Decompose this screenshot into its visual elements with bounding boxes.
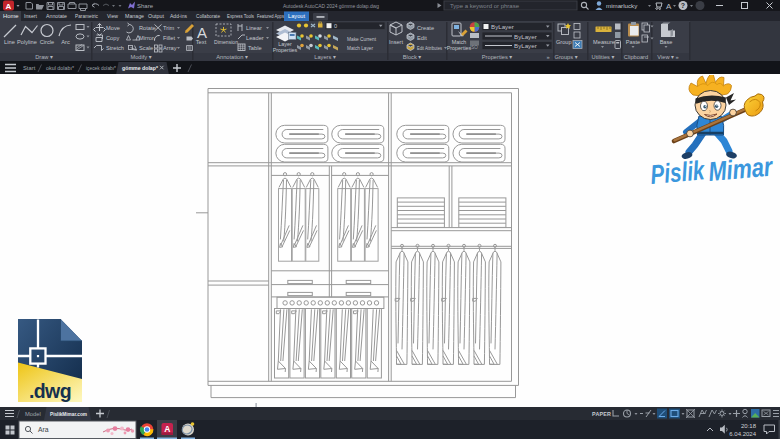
- svg-text:Leader: Leader: [246, 35, 264, 41]
- svg-text:Properties: Properties: [447, 45, 472, 51]
- svg-text:Line: Line: [4, 39, 15, 45]
- svg-text:Array: Array: [163, 45, 177, 51]
- svg-text:View: View: [107, 13, 119, 19]
- svg-text:Paste: Paste: [626, 39, 640, 45]
- svg-text:ByLayer: ByLayer: [491, 23, 514, 30]
- svg-text:Ara: Ara: [38, 426, 49, 433]
- svg-text:Draw ▾: Draw ▾: [35, 54, 53, 60]
- svg-text:A: A: [6, 2, 12, 11]
- svg-text:Base: Base: [660, 39, 673, 45]
- svg-text:View ▾ »: View ▾ »: [657, 54, 678, 60]
- svg-text:Layout: Layout: [288, 13, 305, 19]
- svg-text:mimarlucky: mimarlucky: [606, 2, 638, 9]
- svg-text:Output: Output: [148, 13, 164, 19]
- svg-text:Featured Apps: Featured Apps: [257, 13, 284, 19]
- svg-text:Pislik: Pislik: [649, 155, 707, 190]
- svg-text:Home: Home: [3, 13, 18, 19]
- svg-text:Table: Table: [248, 45, 262, 51]
- svg-text:Polyline: Polyline: [17, 39, 37, 45]
- svg-text:Make Current: Make Current: [347, 36, 376, 42]
- svg-text:A: A: [666, 2, 672, 11]
- svg-text:Text: Text: [196, 39, 207, 45]
- svg-text:Mimar: Mimar: [707, 151, 775, 187]
- svg-text:Mirror: Mirror: [139, 35, 154, 41]
- svg-text:Express Tools: Express Tools: [227, 13, 254, 19]
- svg-text:Properties: Properties: [273, 47, 298, 53]
- svg-text:Share: Share: [137, 3, 154, 9]
- svg-text:okul dolabı*: okul dolabı*: [46, 65, 75, 71]
- svg-text:PislikMimar.com: PislikMimar.com: [50, 411, 87, 417]
- svg-text:Linear: Linear: [246, 25, 262, 31]
- svg-text:Block ▾: Block ▾: [403, 54, 421, 60]
- svg-text:Create: Create: [417, 25, 434, 31]
- svg-text:20:18: 20:18: [741, 423, 757, 429]
- svg-text:Match Layer: Match Layer: [347, 45, 373, 51]
- svg-text:6.04.2024: 6.04.2024: [729, 431, 756, 437]
- svg-text:gömme dolap*: gömme dolap*: [122, 65, 159, 71]
- svg-text:Collaborate: Collaborate: [196, 13, 220, 19]
- svg-text:Start: Start: [23, 65, 36, 71]
- svg-text:Parametric: Parametric: [75, 13, 98, 19]
- svg-text:Edit Attributes: Edit Attributes: [417, 45, 442, 51]
- svg-text:Clipboard: Clipboard: [624, 54, 648, 60]
- svg-text:Edit: Edit: [417, 35, 427, 41]
- svg-text:Manage: Manage: [125, 13, 144, 19]
- svg-text:Annotate: Annotate: [46, 13, 67, 19]
- svg-text:Add-ins: Add-ins: [170, 13, 187, 19]
- svg-text:Arc: Arc: [61, 39, 70, 45]
- svg-text:Insert: Insert: [24, 13, 37, 19]
- svg-text:Measure: Measure: [593, 39, 615, 45]
- svg-text:Stretch: Stretch: [106, 45, 124, 51]
- svg-text:Model: Model: [25, 411, 41, 417]
- svg-text:PAPER: PAPER: [592, 411, 611, 417]
- svg-text:Rotate: Rotate: [139, 25, 156, 31]
- svg-text:Properties ▾: Properties ▾: [482, 54, 513, 60]
- svg-text:Copy: Copy: [106, 35, 119, 41]
- svg-text:Annotation ▾: Annotation ▾: [216, 54, 248, 60]
- svg-text:Autodesk AutoCAD 2024 gömme: Autodesk AutoCAD 2024 gömme dolap.dwg: [283, 3, 379, 9]
- svg-text:ByLayer: ByLayer: [514, 33, 537, 40]
- svg-text:Trim: Trim: [163, 25, 174, 31]
- svg-text:Modify ▾: Modify ▾: [130, 54, 151, 60]
- svg-text:Fillet: Fillet: [163, 35, 175, 41]
- svg-text:içecek dolabı*: içecek dolabı*: [86, 65, 117, 71]
- svg-text:Scale: Scale: [139, 45, 153, 51]
- svg-text:?: ?: [681, 2, 685, 9]
- svg-text:»: »: [546, 54, 549, 60]
- svg-text:ISO: ISO: [470, 45, 478, 50]
- svg-text:Dimension: Dimension: [214, 39, 238, 45]
- svg-text:ByLayer: ByLayer: [514, 42, 537, 49]
- svg-text:Utilities ▾: Utilities ▾: [592, 54, 615, 60]
- svg-text:Insert: Insert: [389, 39, 403, 45]
- svg-text:.dwg: .dwg: [29, 380, 71, 402]
- svg-text:Layers ▾: Layers ▾: [314, 54, 336, 60]
- svg-text:Group: Group: [556, 39, 572, 45]
- svg-text:Groups ▾: Groups ▾: [554, 54, 577, 60]
- svg-text:0: 0: [334, 23, 337, 29]
- svg-text:Circle: Circle: [40, 39, 55, 45]
- svg-text:Move: Move: [106, 25, 120, 31]
- svg-text:Type a keyword or phrase: Type a keyword or phrase: [450, 3, 520, 9]
